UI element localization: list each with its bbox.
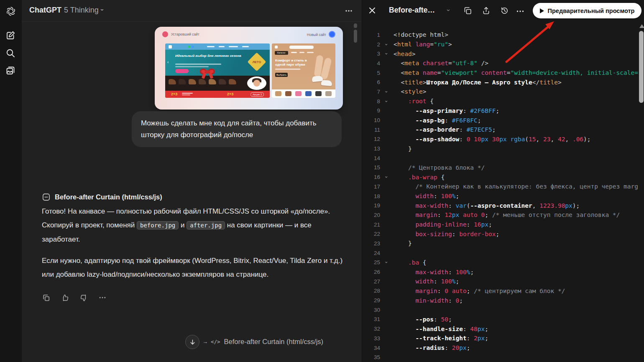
version-history-icon[interactable] bbox=[500, 6, 509, 15]
new-site-products bbox=[272, 89, 335, 98]
code-line[interactable]: 13 } bbox=[362, 144, 638, 153]
code-line[interactable]: 32 --handle-size: 48px; bbox=[362, 324, 638, 334]
chat-scrollbar[interactable] bbox=[354, 30, 357, 43]
fold-chevron-icon[interactable]: › bbox=[380, 89, 394, 95]
openai-logo-icon[interactable] bbox=[5, 6, 16, 17]
copy-icon[interactable] bbox=[40, 292, 52, 303]
code-line[interactable]: 10 --asp-bg: #F6F8FC; bbox=[362, 115, 638, 125]
canvas-title[interactable]: Before-afte… bbox=[389, 6, 435, 15]
code-line[interactable]: 15 /* Центровка блока */ bbox=[362, 163, 638, 173]
code-line[interactable]: 35 bbox=[362, 352, 638, 362]
new-chat-icon[interactable] bbox=[5, 31, 16, 41]
fold-chevron-icon[interactable]: › bbox=[380, 174, 394, 180]
code-line[interactable]: 31 --pos: 50; bbox=[362, 315, 638, 324]
code-line[interactable]: 1<!doctype html> bbox=[362, 30, 638, 40]
chat-scrollbar-marker bbox=[354, 23, 357, 28]
old-site-promo-bar: 2+3 2+3 Акция 3 bbox=[165, 91, 270, 98]
code-line[interactable]: 22 box-sizing: border-box; bbox=[362, 229, 638, 239]
canvas-copy-icon[interactable] bbox=[463, 6, 473, 15]
user-message: Можешь сделать мне код для сайта, чтобы … bbox=[132, 111, 342, 147]
code-line[interactable]: 4 <meta charset="utf-8" /> bbox=[362, 59, 638, 68]
canvas-file-chip[interactable]: </> Before-after Curtain (html/css/js) bbox=[211, 338, 323, 346]
code-line[interactable]: 8› :root { bbox=[362, 97, 638, 106]
code-line[interactable]: 18 width: 100%; bbox=[362, 191, 638, 201]
canvas-scrollbar[interactable] bbox=[639, 31, 644, 103]
new-site-search bbox=[289, 46, 314, 49]
assistant-paragraph-1: Готово! На канвасе — полностью рабочий ф… bbox=[42, 204, 345, 246]
model-label: 5 Thinking bbox=[64, 6, 99, 14]
attachment-header: Устаревший сайт Новый сайт bbox=[162, 31, 335, 38]
jump-arrow-icon: → bbox=[202, 339, 208, 345]
promo-chip: Акция 3 bbox=[250, 92, 264, 97]
thumbs-up-icon[interactable] bbox=[59, 292, 71, 303]
attached-image[interactable]: Устаревший сайт Новый сайт ‹ Идеальный в… bbox=[155, 27, 343, 110]
code-line[interactable]: 7› <style> bbox=[362, 87, 638, 97]
code-line[interactable]: 21 padding-inline: 16px; bbox=[362, 220, 638, 229]
share-icon[interactable] bbox=[482, 6, 491, 15]
old-site-preview: ‹ Идеальный выбор для летнего сезона ЛЕТ… bbox=[165, 43, 270, 98]
new-hero-title: Комфорт и стиль в одной паре обуви bbox=[275, 59, 311, 67]
chevron-down-icon: › bbox=[99, 9, 106, 11]
fold-chevron-icon[interactable]: › bbox=[380, 259, 394, 265]
code-line[interactable]: 24 bbox=[362, 248, 638, 258]
code-line[interactable]: 11 --asp-border: #E7ECF5; bbox=[362, 125, 638, 135]
old-site-navbar bbox=[165, 43, 270, 50]
code-line[interactable]: 27 width: 100%; bbox=[362, 277, 638, 286]
chat-options-button[interactable] bbox=[345, 7, 353, 15]
code-line[interactable]: 6 <title>Шторка До/После — Aspro style</… bbox=[362, 77, 638, 87]
fold-chevron-icon[interactable]: › bbox=[380, 51, 394, 57]
summer-badge: ЛЕТО bbox=[249, 54, 265, 70]
code-line[interactable]: 30 bbox=[362, 305, 638, 315]
code-editor[interactable]: 1<!doctype html>2›<html lang="ru">3›<hea… bbox=[362, 22, 638, 362]
code-line[interactable]: 12 --asp-shadow: 0 10px 30px rgba(15, 23… bbox=[362, 135, 638, 144]
code-line[interactable]: 3›<head> bbox=[362, 49, 638, 59]
code-line[interactable]: 23 } bbox=[362, 239, 638, 248]
arrow-down-icon bbox=[189, 339, 196, 346]
library-icon[interactable] bbox=[5, 66, 16, 76]
left-rail bbox=[0, 0, 22, 362]
code-line[interactable]: 34 --radius: 20px; bbox=[362, 343, 638, 353]
old-site-label: Устаревший сайт bbox=[171, 32, 199, 36]
catalog-button: Каталог bbox=[275, 51, 288, 55]
fold-chevron-icon[interactable]: › bbox=[380, 98, 394, 105]
code-icon: </> bbox=[211, 339, 220, 345]
close-icon[interactable] bbox=[368, 6, 377, 15]
canvas-doc-title: Before-after Curtain (html/css/js) bbox=[55, 193, 162, 201]
preview-button[interactable]: Предварительный просмотр bbox=[533, 3, 641, 18]
canvas-file-chip-label: Before-after Curtain (html/css/js) bbox=[224, 338, 323, 346]
canvas-doc-link[interactable]: Before-after Curtain (html/css/js) bbox=[42, 193, 162, 201]
thumbs-down-icon[interactable] bbox=[78, 292, 89, 303]
code-line[interactable]: 19 max-width: var(--aspro-container, 122… bbox=[362, 201, 638, 210]
more-actions-icon[interactable] bbox=[97, 292, 108, 303]
code-line[interactable]: 14 bbox=[362, 153, 638, 163]
code-line[interactable]: 33 --track-height: 2px; bbox=[362, 334, 638, 343]
code-line[interactable]: 28 margin: 0 auto; /* центрируем сам бло… bbox=[362, 286, 638, 296]
code-line[interactable]: 25› .ba { bbox=[362, 258, 638, 268]
code-line[interactable]: 26 max-width: 100%; bbox=[362, 267, 638, 277]
code-line[interactable]: 5 <meta name="viewport" content="width=d… bbox=[362, 68, 638, 78]
code-line[interactable]: 16› .ba-wrap { bbox=[362, 172, 638, 182]
canvas-panel: Before-afte… › Предварительный просмотр … bbox=[362, 0, 644, 362]
play-icon bbox=[540, 8, 544, 13]
message-actions bbox=[40, 292, 108, 303]
assistant-paragraph-2: Если нужно, адаптирую под твой фреймворк… bbox=[42, 254, 345, 281]
scroll-to-bottom-button[interactable] bbox=[185, 335, 199, 349]
new-site-badge-icon bbox=[329, 31, 335, 38]
code-line[interactable]: 2›<html lang="ru"> bbox=[362, 40, 638, 49]
code-line[interactable]: 17 /* Контейнер как в калькуляторе: без … bbox=[362, 182, 638, 191]
canvas-options-icon[interactable] bbox=[516, 7, 525, 16]
consultant-photo bbox=[247, 76, 266, 90]
code-line[interactable]: 20 margin: 12px auto 0; /* меньше отступ… bbox=[362, 210, 638, 220]
canvas-title-chevron-icon[interactable]: › bbox=[445, 7, 450, 15]
document-icon bbox=[42, 193, 51, 201]
code-line[interactable]: 9 --asp-primary: #2F6BFF; bbox=[362, 106, 638, 116]
search-icon[interactable] bbox=[5, 48, 16, 59]
preview-button-label: Предварительный просмотр bbox=[548, 8, 635, 14]
scrollbar-up-icon[interactable] bbox=[639, 24, 644, 28]
model-selector[interactable]: ChatGPT5 Thinking› bbox=[29, 6, 104, 15]
code-lines: 1<!doctype html>2›<html lang="ru">3›<hea… bbox=[362, 30, 638, 362]
code-line[interactable]: 29 min-width: 0; bbox=[362, 296, 638, 305]
carousel-left-icon: ‹ bbox=[167, 60, 169, 64]
fold-chevron-icon[interactable]: › bbox=[380, 41, 394, 48]
new-site-preview: Каталог Комфорт и стиль в одной паре обу… bbox=[272, 43, 335, 98]
